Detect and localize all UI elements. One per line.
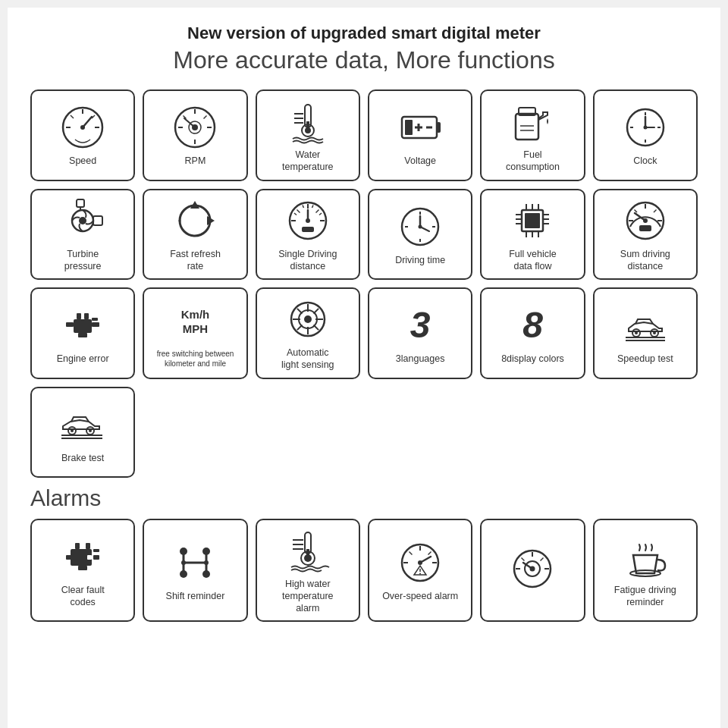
svg-line-152 (410, 551, 413, 554)
svg-point-144 (304, 554, 312, 562)
fuel-label: Fuelconsumption (506, 149, 560, 174)
alarm-fatigue: Fatigue drivingreminder (593, 519, 698, 623)
header-title2: More accurate data, More functions (30, 45, 698, 77)
brake-label: Brake test (61, 452, 104, 464)
data-flow-icon (510, 198, 555, 243)
svg-line-153 (428, 551, 431, 554)
alarms-grid: Clear faultcodes Shift reminder (30, 519, 698, 623)
feature-clock: Clock (593, 89, 698, 181)
svg-line-107 (297, 309, 303, 314)
speed-icon (60, 105, 105, 150)
shift-icon (172, 540, 218, 585)
svg-rect-99 (78, 333, 87, 337)
shift-label: Shift reminder (166, 590, 225, 602)
svg-rect-98 (84, 313, 89, 319)
feature-speedup: Speedup test (593, 287, 698, 379)
rpm-icon (172, 105, 218, 150)
sum-distance-label: Sum drivingdistance (620, 248, 670, 273)
single-distance-icon (285, 198, 331, 243)
svg-line-15 (204, 116, 207, 119)
voltage-icon (397, 105, 443, 150)
speedup-icon (623, 303, 668, 348)
svg-rect-127 (75, 543, 80, 549)
svg-line-55 (315, 209, 318, 212)
svg-line-90 (654, 209, 657, 212)
feature-fuel: Fuelconsumption (480, 89, 585, 181)
clear-fault-icon (60, 534, 105, 579)
svg-rect-30 (405, 120, 413, 135)
kph-label: free switching betweenkilometer and mile (157, 349, 234, 369)
svg-point-136 (202, 548, 210, 555)
feature-refresh: Fast refreshrate (143, 189, 247, 281)
svg-point-137 (180, 570, 187, 578)
svg-point-21 (305, 127, 311, 133)
water-temp-label: Watertemperature (282, 149, 333, 174)
alarm-rpm (480, 519, 585, 623)
svg-point-139 (181, 560, 186, 565)
svg-rect-94 (74, 319, 92, 333)
water-temp-icon (285, 99, 331, 144)
feature-sum-distance: Sum drivingdistance (593, 189, 698, 281)
high-water-icon (285, 528, 331, 573)
sum-distance-icon (623, 198, 668, 243)
svg-rect-72 (525, 213, 540, 228)
svg-point-155 (418, 560, 422, 565)
svg-point-70 (419, 224, 422, 228)
driving-time-label: Driving time (395, 254, 445, 266)
feature-turbine: Turbinepressure (30, 189, 135, 281)
engine-label: Engine error (57, 353, 109, 365)
svg-rect-62 (302, 227, 314, 232)
feature-data-flow: Full vehicledata flow (480, 189, 585, 281)
refresh-icon (172, 198, 218, 243)
feature-speed: Speed (30, 89, 135, 181)
svg-line-7 (83, 117, 92, 127)
page: New version of upgraded smart digital me… (8, 8, 720, 728)
header: New version of upgraded smart digital me… (30, 23, 698, 76)
svg-line-5 (71, 115, 74, 118)
svg-rect-96 (92, 322, 99, 327)
engine-icon (60, 303, 105, 348)
brake-row: Brake test (30, 387, 698, 478)
feature-3lang: 3 3languages (368, 287, 472, 379)
fatigue-label: Fatigue drivingreminder (614, 584, 676, 609)
feature-engine: Engine error (30, 287, 135, 379)
svg-line-89 (634, 209, 637, 212)
svg-rect-130 (93, 549, 99, 552)
overspeed-label: Over-speed alarm (382, 590, 458, 602)
alarm-overspeed: Over-speed alarm (368, 519, 472, 623)
svg-line-56 (312, 205, 313, 208)
features-row2: Turbinepressure Fast refreshrate (30, 189, 698, 281)
svg-line-17 (184, 118, 195, 127)
svg-point-44 (79, 217, 86, 224)
brake-icon (60, 402, 105, 447)
voltage-label: Voltage (404, 155, 436, 167)
svg-point-121 (89, 429, 92, 432)
svg-point-157 (419, 573, 421, 574)
alarms-title: Alarms (30, 485, 698, 511)
alarm-shift: Shift reminder (143, 519, 247, 623)
3lang-icon: 3 (397, 303, 443, 348)
features-row3: Engine error Km/h MPH free switching bet… (30, 287, 698, 379)
feature-brake: Brake test (30, 387, 135, 478)
svg-point-111 (304, 315, 312, 323)
svg-point-119 (71, 429, 74, 432)
svg-line-164 (541, 558, 544, 561)
svg-line-163 (522, 558, 525, 561)
svg-line-59 (294, 213, 297, 215)
3lang-label: 3languages (396, 353, 445, 365)
svg-line-57 (303, 205, 304, 208)
svg-point-135 (180, 548, 187, 555)
svg-point-138 (202, 570, 210, 578)
clear-fault-label: Clear faultcodes (61, 584, 105, 609)
svg-rect-31 (516, 114, 538, 140)
light-label: Automaticlight sensing (281, 347, 334, 372)
fuel-icon (510, 99, 555, 144)
svg-rect-100 (92, 318, 98, 321)
8colors-icon: 8 (510, 303, 555, 348)
svg-rect-46 (77, 199, 84, 207)
features-row1: Speed RPM (30, 89, 698, 181)
header-title1: New version of upgraded smart digital me… (30, 23, 698, 45)
svg-rect-26 (437, 122, 441, 133)
feature-single-distance: Single Drivingdistance (256, 189, 360, 281)
alarm-high-water: High watertemperaturealarm (256, 519, 360, 623)
